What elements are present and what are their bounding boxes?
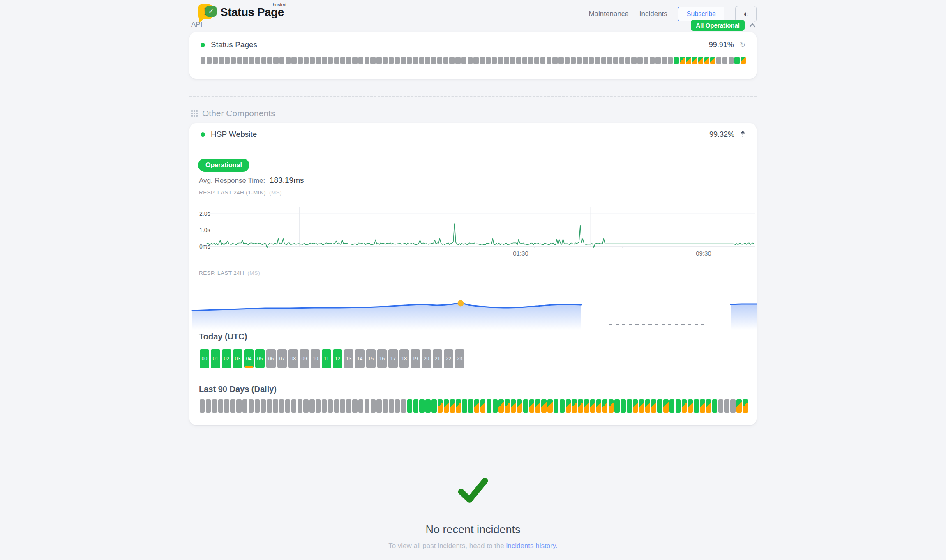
uptime-bar-split[interactable] xyxy=(541,399,546,413)
hour-block-07[interactable]: 07 xyxy=(277,349,287,368)
uptime-bar-split[interactable] xyxy=(456,399,461,413)
hour-block-19[interactable]: 19 xyxy=(411,349,420,368)
uptime-bar-green[interactable] xyxy=(627,399,632,413)
uptime-bar-split[interactable] xyxy=(710,57,715,64)
uptime-bar-gray[interactable] xyxy=(613,57,618,64)
uptime-bar-gray[interactable] xyxy=(322,399,327,413)
uptime-bar-split[interactable] xyxy=(639,399,644,413)
uptime-bar-gray[interactable] xyxy=(225,57,230,64)
uptime-bar-gray[interactable] xyxy=(729,57,734,64)
uptime-bar-gray[interactable] xyxy=(455,57,460,64)
uptime-bar-split[interactable] xyxy=(736,399,741,413)
uptime-bar-green[interactable] xyxy=(462,399,467,413)
uptime-bar-green[interactable] xyxy=(493,399,498,413)
hour-block-00[interactable]: 00 xyxy=(200,349,209,368)
uptime-bar-split[interactable] xyxy=(692,57,697,64)
uptime-bar-gray[interactable] xyxy=(644,57,648,64)
uptime-bar-split[interactable] xyxy=(450,399,455,413)
uptime-bar-gray[interactable] xyxy=(346,399,351,413)
uptime-bar-gray[interactable] xyxy=(583,57,588,64)
uptime-bar-gray[interactable] xyxy=(383,57,388,64)
uptime-bar-green[interactable] xyxy=(425,399,430,413)
nav-incidents[interactable]: Incidents xyxy=(639,10,667,18)
uptime-bar-split[interactable] xyxy=(535,399,540,413)
uptime-bar-gray[interactable] xyxy=(516,57,521,64)
uptime-bar-gray[interactable] xyxy=(619,57,624,64)
uptime-bar-gray[interactable] xyxy=(425,57,430,64)
uptime-bar-gray[interactable] xyxy=(625,57,630,64)
uptime-bar-gray[interactable] xyxy=(571,57,576,64)
uptime-bar-gray[interactable] xyxy=(718,399,723,413)
uptime-bar-gray[interactable] xyxy=(589,57,594,64)
uptime-bar-gray[interactable] xyxy=(316,57,321,64)
uptime-bar-split[interactable] xyxy=(511,399,516,413)
uptime-bar-gray[interactable] xyxy=(201,57,205,64)
uptime-bar-gray[interactable] xyxy=(510,57,515,64)
uptime-bar-gray[interactable] xyxy=(631,57,636,64)
uptime-bar-gray[interactable] xyxy=(383,399,388,413)
uptime-bar-gray[interactable] xyxy=(322,57,327,64)
uptime-bar-gray[interactable] xyxy=(395,57,400,64)
uptime-bar-gray[interactable] xyxy=(303,399,308,413)
uptime-bar-gray[interactable] xyxy=(722,57,727,64)
hour-block-06[interactable]: 06 xyxy=(266,349,276,368)
subscribe-button[interactable]: Subscribe xyxy=(678,7,724,21)
hour-block-02[interactable]: 02 xyxy=(222,349,231,368)
chevron-up-icon[interactable] xyxy=(748,22,757,29)
uptime-bar-gray[interactable] xyxy=(437,57,442,64)
uptime-bar-green[interactable] xyxy=(614,399,619,413)
uptime-bar-gray[interactable] xyxy=(242,399,247,413)
uptime-bar-split[interactable] xyxy=(743,399,748,413)
uptime-bar-gray[interactable] xyxy=(231,57,236,64)
uptime-bar-split[interactable] xyxy=(444,399,449,413)
uptime-bar-split[interactable] xyxy=(480,399,485,413)
uptime-bar-gray[interactable] xyxy=(218,399,223,413)
hour-block-10[interactable]: 10 xyxy=(311,349,320,368)
uptime-bar-gray[interactable] xyxy=(358,399,363,413)
uptime-bar-gray[interactable] xyxy=(249,399,254,413)
uptime-bar-green[interactable] xyxy=(468,399,473,413)
hour-block-14[interactable]: 14 xyxy=(355,349,365,368)
uptime-bar-split[interactable] xyxy=(602,399,607,413)
uptime-bar-gray[interactable] xyxy=(340,399,345,413)
hour-block-04[interactable]: 04 xyxy=(244,349,254,368)
refresh-icon[interactable]: ↻ xyxy=(740,41,745,49)
uptime-bar-green[interactable] xyxy=(523,399,528,413)
uptime-bar-gray[interactable] xyxy=(401,57,406,64)
uptime-bar-split[interactable] xyxy=(700,399,705,413)
uptime-bar-gray[interactable] xyxy=(540,57,545,64)
uptime-bar-split[interactable] xyxy=(686,57,691,64)
uptime-bar-split[interactable] xyxy=(547,399,552,413)
uptime-bar-split[interactable] xyxy=(698,57,703,64)
hour-block-17[interactable]: 17 xyxy=(388,349,398,368)
uptime-bar-gray[interactable] xyxy=(328,57,333,64)
hour-block-21[interactable]: 21 xyxy=(433,349,442,368)
uptime-bar-gray[interactable] xyxy=(261,399,265,413)
uptime-bar-gray[interactable] xyxy=(395,399,400,413)
hour-block-08[interactable]: 08 xyxy=(288,349,298,368)
incidents-history-link[interactable]: incidents history. xyxy=(506,542,557,550)
uptime-bar-gray[interactable] xyxy=(371,399,376,413)
uptime-bar-green[interactable] xyxy=(560,399,565,413)
uptime-bar-gray[interactable] xyxy=(577,57,581,64)
uptime-bar-split[interactable] xyxy=(596,399,601,413)
uptime-bar-split[interactable] xyxy=(498,399,503,413)
uptime-bar-gray[interactable] xyxy=(565,57,570,64)
uptime-bar-gray[interactable] xyxy=(309,399,314,413)
brand-logo[interactable]: ! ✓ Status Page hosted xyxy=(198,2,284,24)
uptime-bar-gray[interactable] xyxy=(219,57,224,64)
uptime-bar-green[interactable] xyxy=(419,399,424,413)
hour-block-15[interactable]: 15 xyxy=(366,349,376,368)
collapse-up-icon[interactable] xyxy=(740,131,745,138)
uptime-bar-gray[interactable] xyxy=(401,399,406,413)
uptime-bar-gray[interactable] xyxy=(389,399,394,413)
uptime-bar-gray[interactable] xyxy=(370,57,375,64)
uptime-bar-gray[interactable] xyxy=(389,57,394,64)
uptime-bar-gray[interactable] xyxy=(273,57,278,64)
uptime-bar-split[interactable] xyxy=(566,399,571,413)
uptime-bar-gray[interactable] xyxy=(285,399,290,413)
uptime-bar-gray[interactable] xyxy=(534,57,539,64)
uptime-bar-gray[interactable] xyxy=(352,399,357,413)
uptime-bar-gray[interactable] xyxy=(207,57,212,64)
uptime-bar-gray[interactable] xyxy=(224,399,229,413)
